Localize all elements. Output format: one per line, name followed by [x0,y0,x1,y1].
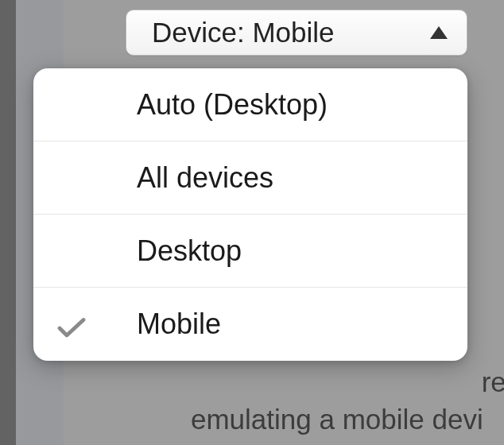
dropdown-item-label: Auto (Desktop) [137,88,452,122]
dropdown-item-auto-desktop[interactable]: Auto (Desktop) [33,68,467,141]
dropdown-item-desktop[interactable]: Desktop [33,215,467,288]
device-dropdown-menu: Auto (Desktop) All devices Desktop Mobil… [33,68,467,361]
dropdown-item-mobile[interactable]: Mobile [33,288,467,361]
dropdown-item-label: Mobile [137,308,452,341]
dropdown-item-label: Desktop [137,234,452,268]
dropdown-item-all-devices[interactable]: All devices [33,141,467,215]
device-dropdown-label: Device: Mobile [152,17,335,48]
dropdown-item-label: All devices [137,161,452,195]
check-icon [57,313,86,335]
chevron-up-icon [430,26,448,39]
check-slot [57,313,137,335]
device-dropdown-trigger[interactable]: Device: Mobile [126,10,467,56]
